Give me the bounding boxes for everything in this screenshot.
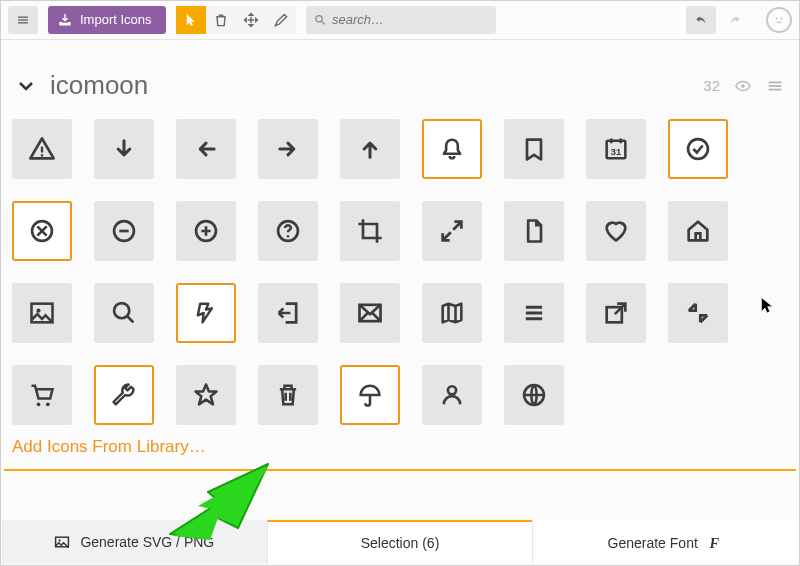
- import-icons-button[interactable]: Import Icons: [48, 6, 166, 34]
- pencil-icon: [273, 12, 289, 28]
- icon-bolt[interactable]: [176, 283, 236, 343]
- set-menu-icon[interactable]: [766, 77, 784, 95]
- user-icon: [438, 381, 466, 409]
- cursor-icon: [183, 12, 199, 28]
- mode-buttons: [176, 6, 296, 34]
- star-icon: [192, 381, 220, 409]
- account-button[interactable]: [766, 7, 792, 33]
- icon-user[interactable]: [422, 365, 482, 425]
- expand-icon: [438, 217, 466, 245]
- icon-file[interactable]: [504, 201, 564, 261]
- icon-umbrella[interactable]: [340, 365, 400, 425]
- generate-svg-png-tab[interactable]: Generate SVG / PNG: [2, 520, 267, 564]
- delete-mode-button[interactable]: [206, 6, 236, 34]
- arrow-up-icon: [356, 135, 384, 163]
- undo-icon: [694, 13, 708, 27]
- import-icon: [58, 13, 72, 27]
- redo-button[interactable]: [720, 6, 750, 34]
- icon-minus-circle[interactable]: [94, 201, 154, 261]
- add-icons-from-library-link[interactable]: Add Icons From Library…: [0, 425, 800, 465]
- collapse-icon[interactable]: [16, 76, 36, 96]
- search-icon: [314, 13, 327, 27]
- import-label: Import Icons: [80, 12, 152, 27]
- arrow-left-icon: [192, 135, 220, 163]
- help-circle-icon: [274, 217, 302, 245]
- image-icon: [28, 299, 56, 327]
- icon-calendar-date[interactable]: [586, 119, 646, 179]
- history-buttons: [686, 6, 750, 34]
- home-icon: [684, 217, 712, 245]
- icon-bell[interactable]: [422, 119, 482, 179]
- bell-icon: [438, 135, 466, 163]
- icon-heart[interactable]: [586, 201, 646, 261]
- trash-icon: [213, 12, 229, 28]
- icon-search[interactable]: [94, 283, 154, 343]
- icon-check-circle[interactable]: [668, 119, 728, 179]
- contract-icon: [684, 299, 712, 327]
- font-icon: [708, 535, 724, 551]
- search-box[interactable]: [306, 6, 496, 34]
- plus-circle-icon: [192, 217, 220, 245]
- heart-icon: [602, 217, 630, 245]
- logout-icon: [274, 299, 302, 327]
- svg-point-28: [780, 17, 782, 19]
- redo-icon: [728, 13, 742, 27]
- menu-button[interactable]: [8, 6, 38, 34]
- icon-arrow-left[interactable]: [176, 119, 236, 179]
- undo-button[interactable]: [686, 6, 716, 34]
- icon-crop[interactable]: [340, 201, 400, 261]
- set-count: 32: [703, 77, 720, 94]
- toolbar: Import Icons: [0, 0, 800, 40]
- bolt-icon: [192, 299, 220, 327]
- face-icon: [771, 12, 787, 28]
- icon-alert-triangle[interactable]: [12, 119, 72, 179]
- file-icon: [520, 217, 548, 245]
- icon-cart[interactable]: [12, 365, 72, 425]
- icon-arrow-up[interactable]: [340, 119, 400, 179]
- search-input[interactable]: [332, 12, 487, 27]
- crop-icon: [356, 217, 384, 245]
- icon-arrow-right[interactable]: [258, 119, 318, 179]
- icon-wrench[interactable]: [94, 365, 154, 425]
- icon-trash[interactable]: [258, 365, 318, 425]
- arrow-down-icon: [110, 135, 138, 163]
- check-circle-icon: [684, 135, 712, 163]
- generate-font-tab[interactable]: Generate Font: [532, 520, 798, 564]
- icon-cancel-circle[interactable]: [12, 201, 72, 261]
- minus-circle-icon: [110, 217, 138, 245]
- icon-mail[interactable]: [340, 283, 400, 343]
- set-header: icomoon 32: [0, 40, 800, 115]
- bookmark-icon: [520, 135, 548, 163]
- icon-home[interactable]: [668, 201, 728, 261]
- move-mode-button[interactable]: [236, 6, 266, 34]
- external-link-icon: [602, 299, 630, 327]
- generate-svg-label: Generate SVG / PNG: [80, 534, 214, 550]
- icon-contract[interactable]: [668, 283, 728, 343]
- map-icon: [438, 299, 466, 327]
- selection-label: Selection (6): [361, 535, 440, 551]
- icon-help-circle[interactable]: [258, 201, 318, 261]
- arrow-right-icon: [274, 135, 302, 163]
- icon-logout[interactable]: [258, 283, 318, 343]
- alert-triangle-icon: [28, 135, 56, 163]
- icon-expand[interactable]: [422, 201, 482, 261]
- icon-menu[interactable]: [504, 283, 564, 343]
- generate-font-label: Generate Font: [608, 535, 698, 551]
- icon-globe[interactable]: [504, 365, 564, 425]
- icon-bookmark[interactable]: [504, 119, 564, 179]
- svg-point-27: [776, 17, 778, 19]
- icon-image[interactable]: [12, 283, 72, 343]
- selection-tab[interactable]: Selection (6): [267, 520, 533, 564]
- select-mode-button[interactable]: [176, 6, 206, 34]
- trash-icon: [274, 381, 302, 409]
- divider: [4, 469, 796, 471]
- globe-icon: [520, 381, 548, 409]
- icon-map[interactable]: [422, 283, 482, 343]
- visibility-icon[interactable]: [734, 77, 752, 95]
- edit-mode-button[interactable]: [266, 6, 296, 34]
- icon-plus-circle[interactable]: [176, 201, 236, 261]
- move-icon: [243, 12, 259, 28]
- icon-star[interactable]: [176, 365, 236, 425]
- icon-arrow-down[interactable]: [94, 119, 154, 179]
- icon-external-link[interactable]: [586, 283, 646, 343]
